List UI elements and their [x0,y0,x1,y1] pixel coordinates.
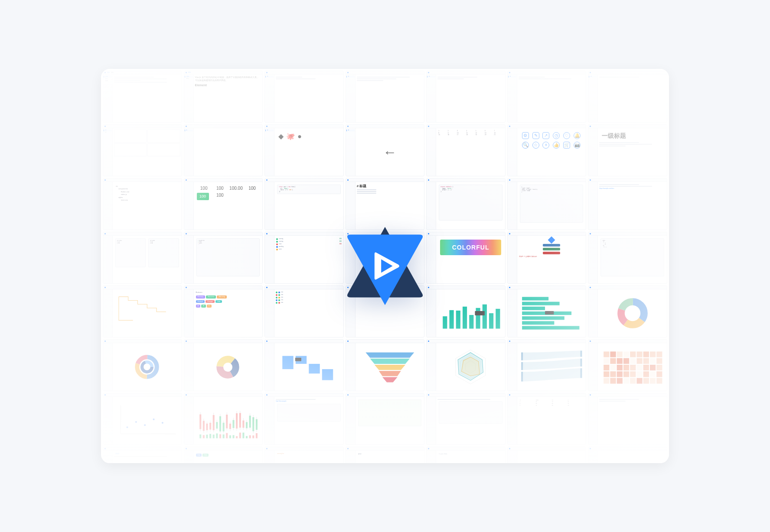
like-icon: 👍 [553,142,560,149]
cart-icon: 🛒 [563,142,570,149]
hbar-chart [519,291,585,336]
svg-rect-75 [643,365,649,370]
tile-bottom-3: warning line [264,447,344,463]
tile-bottom-2: tagtag [184,447,263,463]
cn-heading: 一级标题 [602,132,663,139]
svg-rect-128 [239,413,241,428]
tile-heading-cn: 一级标题 [588,124,667,176]
btn-default[interactable]: Default [196,300,205,303]
btn-info[interactable]: Info [215,300,222,303]
donut-chart [134,354,160,380]
svg-rect-59 [657,351,662,357]
tile-snippet-2 [426,393,506,445]
heart-icon: ♡ [563,132,570,139]
btn-danger[interactable]: Danger [206,300,215,303]
tile-radar [426,339,506,391]
tile-status-list: running200 running200 error500 pending w… [264,232,344,284]
radar-chart [437,344,504,389]
svg-rect-124 [232,420,234,428]
svg-rect-94 [650,378,656,383]
svg-rect-76 [650,365,656,370]
svg-rect-106 [202,421,204,431]
file-tree: srccomponentsButton.vueindex.jsstylesmai… [114,183,180,203]
star-icon: ☆ [532,142,539,149]
share-icon: ↗ [542,132,549,139]
tile-bottom-6 [507,447,587,463]
svg-rect-9 [475,311,485,315]
tile-buttons-gallery: Buttons Primary Success Warning Default … [184,285,263,337]
svg-rect-82 [630,371,636,377]
svg-rect-155 [252,435,254,438]
heatmap-chart [599,344,666,389]
camera-icon: 📷 [574,142,581,149]
svg-rect-156 [255,433,257,438]
gear-icon: ⚙ [522,132,529,139]
tile-code-1: const app = new Vue({ el: '#app', data: … [264,178,344,230]
svg-rect-90 [623,378,629,383]
svg-rect-138 [255,419,257,430]
svg-rect-154 [249,435,251,438]
svg-rect-7 [489,313,493,329]
svg-rect-110 [209,423,211,430]
svg-rect-63 [623,358,629,364]
svg-rect-47 [521,372,523,381]
tile-element-doc: 预览基础样式Vue.js 基于组件的前端 UI 框架，提供了丰富的组件库和样式工… [184,71,263,123]
tile-status-table: row row row row row [264,285,344,337]
funnel-chart [357,344,423,389]
svg-point-96 [126,426,128,428]
tile-code-2: export default { name: 'Card', props: [.… [426,178,506,230]
svg-rect-116 [219,416,221,431]
svg-rect-141 [206,435,208,438]
svg-rect-91 [630,378,636,383]
svg-rect-62 [617,358,623,364]
tile-indent-tree [103,285,182,337]
tile-bottom-5: Code 代码 [426,447,506,463]
svg-marker-37 [374,365,405,370]
tile-table-1: id name1 aa2 bbid name1 aa2 bb [103,232,182,284]
svg-rect-4 [470,315,474,329]
svg-rect-0 [443,316,447,328]
tile-misc-7 [588,393,667,445]
svg-marker-36 [370,359,410,364]
svg-rect-152 [242,433,244,438]
stat-value: 100 [197,186,211,191]
btn-primary[interactable]: Primary [196,295,206,298]
tile-console-log: ✓ build ok✓ lint! warn... [184,232,263,284]
svg-rect-80 [617,371,623,377]
tile-doc-3: A [264,71,344,123]
svg-rect-132 [246,422,248,428]
tile-bar-chart [426,285,506,337]
svg-point-99 [153,418,155,420]
svg-rect-150 [236,436,238,438]
svg-rect-151 [239,433,241,438]
svg-rect-104 [199,415,201,429]
svg-rect-88 [610,378,616,383]
svg-rect-86 [657,371,662,377]
svg-rect-51 [604,351,610,357]
svg-rect-130 [242,421,244,428]
svg-rect-143 [212,435,214,438]
svg-rect-136 [252,417,254,431]
tile-snippet-1 [346,393,425,445]
tile-doc-5: A [426,71,506,123]
svg-rect-49 [580,359,582,367]
svg-rect-139 [199,435,201,438]
svg-rect-144 [216,433,218,438]
svg-rect-45 [521,352,523,360]
svg-rect-74 [637,365,643,370]
svg-rect-72 [623,365,629,370]
svg-rect-10 [522,297,548,300]
btn-success[interactable]: Success [206,295,216,298]
svg-rect-15 [522,321,554,324]
github-icon: 🐙 [286,132,295,140]
btn-warning[interactable]: Warning [217,295,227,298]
svg-rect-46 [521,362,523,370]
svg-rect-153 [246,436,248,438]
tile-donut-chart [103,339,182,391]
tile-doc-1: 预览编辑基础样式数据 [103,71,182,123]
svg-rect-34 [295,358,301,361]
doc-body-text: Vue.js 基于组件的前端 UI 框架，提供了丰富的组件库和样式工具，可以快速… [195,76,261,82]
svg-rect-6 [483,305,487,329]
svg-rect-92 [637,378,643,383]
svg-rect-149 [232,435,234,438]
